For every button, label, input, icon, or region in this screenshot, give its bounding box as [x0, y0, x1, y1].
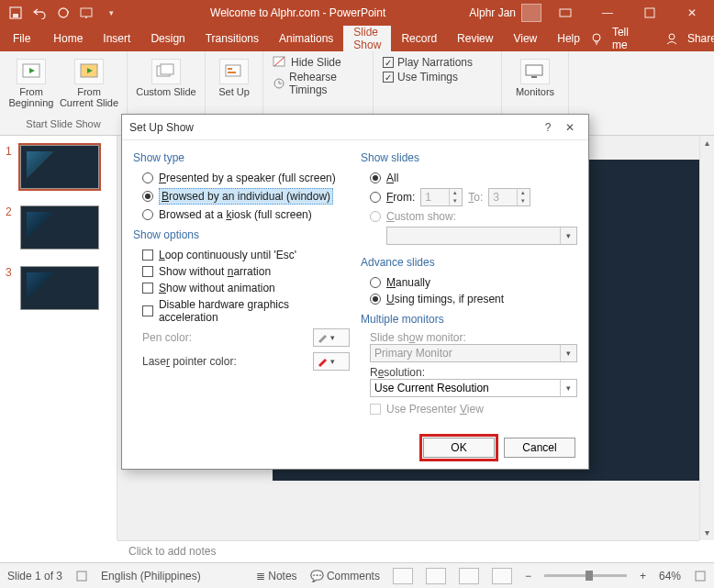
lightbulb-icon[interactable]: [590, 32, 603, 45]
slideshow-start-icon[interactable]: [79, 5, 95, 21]
check-disable-hw[interactable]: Disable hardware graphics acceleration: [133, 296, 350, 326]
svg-rect-1: [13, 14, 18, 17]
tab-transitions[interactable]: Transitions: [195, 26, 269, 51]
fit-to-window-button[interactable]: [694, 570, 707, 582]
dialog-titlebar[interactable]: Set Up Show ? ✕: [122, 115, 588, 140]
svg-rect-5: [645, 8, 654, 17]
dialog-title: Set Up Show: [129, 121, 537, 134]
monitors-button[interactable]: Monitors: [508, 55, 563, 97]
tab-design[interactable]: Design: [140, 26, 195, 51]
check-loop[interactable]: Loop continuously until 'Esc': [133, 247, 350, 263]
radio-presented[interactable]: PPresented by a speaker (full screen)res…: [133, 170, 350, 186]
clock-icon: [273, 77, 285, 90]
left-column: Show type PPresented by a speaker (full …: [133, 146, 350, 417]
resolution-combo[interactable]: Use Current Resolution▾: [370, 379, 577, 397]
resolution-label: Resolution:: [370, 366, 577, 379]
from-spinner[interactable]: 1▴▾: [420, 188, 463, 206]
from-current-button[interactable]: From Current Slide: [57, 55, 121, 108]
radio-browsed-kiosk[interactable]: Browsed at a kiosk (full screen): [133, 206, 350, 223]
window-title: Welcome to Alphr.com - PowerPoint: [127, 6, 469, 19]
pen-color-dropdown[interactable]: ▾: [313, 328, 350, 347]
hide-slide-icon: [273, 56, 287, 69]
sorter-view-button[interactable]: [426, 568, 446, 584]
radio-browsed-individual[interactable]: Browsed by an individual (window): [133, 186, 350, 206]
play-icon: [17, 59, 46, 84]
zoom-in-button[interactable]: +: [640, 570, 646, 582]
save-icon[interactable]: [7, 5, 24, 21]
close-button[interactable]: ✕: [674, 0, 710, 26]
slideshow-view-button[interactable]: [492, 568, 512, 584]
setup-show-dialog: Set Up Show ? ✕ Show type PPresented by …: [121, 114, 589, 470]
setup-icon: [219, 59, 249, 84]
radio-all[interactable]: All: [361, 170, 577, 186]
share-icon[interactable]: [665, 32, 678, 45]
tab-animations[interactable]: Animations: [269, 26, 343, 51]
use-timings-check[interactable]: ✓Use Timings: [379, 70, 496, 84]
share-button[interactable]: Share: [687, 32, 714, 45]
radio-custom-show: Custom show:: [361, 208, 577, 225]
thumbnail-pane[interactable]: 1 2 3: [0, 136, 117, 540]
show-type-heading: Show type: [133, 151, 350, 164]
advance-heading: Advance slides: [361, 256, 577, 269]
ribbon-tabs: File Home Insert Design Transitions Anim…: [0, 26, 714, 51]
zoom-slider[interactable]: [544, 574, 627, 577]
zoom-level[interactable]: 64%: [659, 570, 681, 582]
ok-button[interactable]: OK: [423, 438, 495, 458]
cancel-button[interactable]: Cancel: [504, 438, 575, 458]
avatar[interactable]: [521, 4, 541, 22]
tab-help[interactable]: Help: [547, 26, 590, 51]
reading-view-button[interactable]: [459, 568, 479, 584]
minimize-button[interactable]: —: [589, 0, 626, 26]
rehearse-button[interactable]: Rehearse Timings: [269, 70, 367, 97]
play-current-icon: [74, 59, 104, 84]
hide-slide-button[interactable]: Hide Slide: [269, 55, 367, 70]
status-bar: Slide 1 of 3 English (Philippines) ≣ Not…: [0, 562, 714, 588]
tab-view[interactable]: View: [503, 26, 547, 51]
tab-file[interactable]: File: [0, 26, 43, 51]
custom-slideshow-button[interactable]: Custom Slide: [133, 55, 199, 97]
tab-insert[interactable]: Insert: [93, 26, 140, 51]
zoom-out-button[interactable]: −: [525, 570, 531, 582]
radio-manually[interactable]: Manually: [361, 274, 577, 291]
qat-dropdown-icon[interactable]: ▾: [103, 5, 119, 21]
undo-icon[interactable]: [31, 5, 48, 21]
svg-rect-22: [77, 571, 86, 581]
check-no-animation[interactable]: Show without animation: [133, 280, 350, 296]
check-no-narration[interactable]: Show without narration: [133, 263, 350, 280]
monitor-combo: Primary Monitor▾: [370, 344, 577, 362]
svg-rect-16: [228, 72, 236, 73]
laser-color-dropdown[interactable]: ▾: [313, 352, 350, 371]
language-indicator[interactable]: English (Philippines): [101, 570, 201, 582]
comments-toggle[interactable]: 💬 Comments: [310, 570, 380, 582]
maximize-button[interactable]: [631, 0, 668, 26]
from-beginning-button[interactable]: From Beginning: [6, 55, 57, 108]
tell-me-input[interactable]: Tell me: [612, 26, 635, 51]
pen-icon: [317, 332, 328, 343]
normal-view-button[interactable]: [393, 568, 413, 584]
slide-counter[interactable]: Slide 1 of 3: [7, 570, 62, 582]
help-button[interactable]: ?: [537, 121, 559, 134]
radio-timings[interactable]: Using timings, if present: [361, 291, 577, 307]
spellcheck-icon[interactable]: [75, 570, 88, 582]
setup-button[interactable]: Set Up: [211, 55, 257, 97]
svg-rect-15: [228, 68, 232, 70]
tab-record[interactable]: Record: [391, 26, 447, 51]
pen-color-label: Pen color:: [142, 331, 192, 344]
vertical-scrollbar[interactable]: ▴▾: [699, 136, 714, 540]
tab-review[interactable]: Review: [447, 26, 503, 51]
notes-toggle[interactable]: ≣ Notes: [256, 570, 297, 582]
tab-slideshow[interactable]: Slide Show: [343, 26, 391, 51]
play-narrations-check[interactable]: ✓Play Narrations: [379, 55, 496, 70]
slide-thumb-3[interactable]: [20, 266, 99, 310]
redo-icon[interactable]: [55, 5, 72, 21]
slide-thumb-1[interactable]: [20, 145, 99, 189]
notes-pane[interactable]: Click to add notes: [117, 540, 699, 562]
svg-rect-13: [161, 64, 173, 74]
to-spinner[interactable]: 3▴▾: [488, 188, 530, 206]
tab-home[interactable]: Home: [43, 26, 93, 51]
slide-thumb-2[interactable]: [20, 205, 99, 250]
svg-rect-20: [526, 65, 542, 75]
close-icon[interactable]: ✕: [559, 121, 581, 134]
radio-from-to[interactable]: From: 1▴▾ To: 3▴▾: [361, 186, 577, 208]
ribbon-display-icon[interactable]: [547, 0, 584, 26]
